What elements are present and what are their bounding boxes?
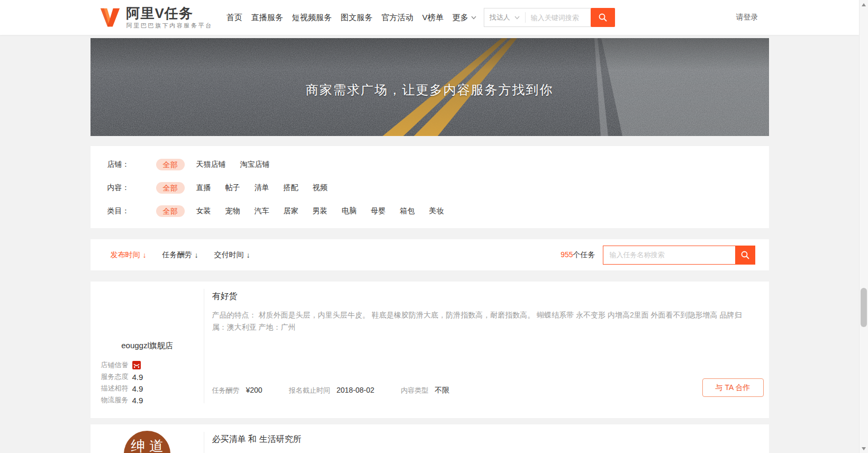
- cooperate-button[interactable]: 与 TA 合作: [702, 378, 764, 397]
- filter-option[interactable]: 清单: [255, 183, 269, 193]
- task-search-input[interactable]: [603, 246, 735, 265]
- rating-row: 服务态度 4.9: [101, 371, 204, 383]
- store-panel: eouggzl旗舰店 店铺信誉 服务态度 4.9: [91, 282, 204, 418]
- filter-option-all-active[interactable]: 全部: [156, 205, 185, 217]
- chevron-down-icon: [471, 16, 476, 20]
- filter-option[interactable]: 搭配: [284, 183, 299, 193]
- task-detail: 必买清单 和 生活研究所 绅道衣品 2013年入驻天猫 专注男士西裤 ，此款版型…: [204, 424, 769, 453]
- sort-desc-icon: ↓: [247, 251, 250, 259]
- browser-viewport: 阿里V任务 阿里巴巴旗下内容服务平台 首页 直播服务 短视频服务 图文服务 官方…: [0, 0, 859, 453]
- sort-publish-time[interactable]: 发布时间 ↓: [111, 250, 147, 260]
- filter-option[interactable]: 居家: [284, 206, 299, 216]
- filter-option[interactable]: 母婴: [371, 206, 386, 216]
- filter-row-category: 类目： 全部 女装 宠物 汽车 居家 男装 电脑 母婴 箱包 美妆: [107, 204, 752, 218]
- brand-logo[interactable]: 阿里V任务 阿里巴巴旗下内容服务平台: [91, 6, 213, 30]
- filter-option[interactable]: 美妆: [429, 206, 444, 216]
- search-icon: [598, 13, 608, 22]
- page-scrollbar[interactable]: [859, 0, 868, 453]
- nav-item-official-activity[interactable]: 官方活动: [382, 13, 413, 23]
- sort-task-reward[interactable]: 任务酬劳 ↓: [162, 250, 198, 260]
- filter-option[interactable]: 男装: [313, 206, 328, 216]
- store-panel: 绅道 衣品: [91, 424, 204, 453]
- brand-v-icon: [99, 6, 121, 29]
- filter-option[interactable]: 箱包: [400, 206, 415, 216]
- filter-option[interactable]: 视频: [313, 183, 328, 193]
- sort-delivery-time[interactable]: 交付时间 ↓: [214, 250, 250, 260]
- task-reward: 任务酬劳 ¥200: [212, 386, 263, 395]
- filter-option[interactable]: 汽车: [255, 206, 269, 216]
- nav-item-short-video-service[interactable]: 短视频服务: [292, 13, 332, 23]
- rating-value: 4.9: [132, 384, 143, 393]
- tmall-reputation-icon: [132, 361, 141, 369]
- task-title[interactable]: 有好货: [212, 291, 756, 302]
- scrollbar-thumb[interactable]: [861, 288, 867, 327]
- filter-option[interactable]: 宠物: [225, 206, 240, 216]
- hero-banner: 商家需求广场，让更多内容服务方找到你: [91, 38, 769, 136]
- store-ratings: 店铺信誉 服务态度 4.9 描述相符 4.9: [91, 359, 204, 406]
- task-content-type: 内容类型 不限: [401, 386, 449, 395]
- filter-option-all-active[interactable]: 全部: [156, 159, 185, 170]
- filter-option[interactable]: 女装: [196, 206, 211, 216]
- sort-toolbar: 发布时间 ↓ 任务酬劳 ↓ 交付时间 ↓ 955个任务: [91, 239, 769, 270]
- main-nav: 首页 直播服务 短视频服务 图文服务 官方活动 V榜单 更多: [227, 13, 476, 23]
- filter-option[interactable]: 淘宝店铺: [240, 160, 270, 169]
- filter-label: 店铺：: [107, 160, 156, 169]
- nav-item-graphic-service[interactable]: 图文服务: [341, 13, 373, 23]
- rating-row: 描述相符 4.9: [101, 383, 204, 394]
- task-search-button[interactable]: [735, 246, 755, 265]
- task-detail: 有好货 产品的特点： 材质外面是头层，内里头层牛皮。 鞋底是橡胶防滑大底，防滑指…: [204, 282, 769, 418]
- rating-value: 4.9: [132, 396, 143, 405]
- sort-desc-icon: ↓: [195, 251, 198, 259]
- search-category-dropdown[interactable]: 找达人: [484, 12, 526, 23]
- rating-row: 物流服务 4.9: [101, 394, 204, 406]
- rating-value: 4.9: [132, 373, 143, 382]
- banner-title: 商家需求广场，让更多内容服务方找到你: [91, 81, 769, 98]
- login-link[interactable]: 请登录: [736, 13, 769, 22]
- task-search-box: [603, 246, 755, 265]
- task-card: 绅道 衣品 必买清单 和 生活研究所 绅道衣品 2013年入驻天猫 专注男士西裤…: [91, 424, 769, 453]
- nav-item-home[interactable]: 首页: [227, 13, 242, 23]
- chevron-down-icon: [514, 16, 520, 20]
- nav-item-v-ranking[interactable]: V榜单: [422, 13, 444, 23]
- task-count: 955个任务: [560, 250, 595, 260]
- filter-label: 类目：: [107, 206, 156, 216]
- task-title[interactable]: 必买清单 和 生活研究所: [212, 434, 756, 445]
- scrollbar-up-arrow[interactable]: [860, 0, 868, 9]
- brand-name: 阿里V任务: [126, 6, 213, 21]
- scrollbar-down-arrow[interactable]: [860, 444, 868, 453]
- filter-label: 内容：: [107, 183, 156, 193]
- store-logo[interactable]: 绅道 衣品: [124, 431, 170, 453]
- keyword-search-input[interactable]: [526, 14, 591, 22]
- filter-option[interactable]: 帖子: [225, 183, 240, 193]
- filter-row-content: 内容： 全部 直播 帖子 清单 搭配 视频: [107, 181, 752, 195]
- filter-option[interactable]: 直播: [196, 183, 211, 193]
- brand-subtitle: 阿里巴巴旗下内容服务平台: [126, 22, 213, 30]
- sort-desc-icon: ↓: [143, 251, 147, 259]
- store-reputation-row: 店铺信誉: [101, 359, 204, 371]
- task-description: 产品的特点： 材质外面是头层，内里头层牛皮。 鞋底是橡胶防滑大底，防滑指数高，耐…: [212, 309, 747, 333]
- task-deadline: 报名截止时间 2018-08-02: [289, 386, 375, 395]
- top-navbar: 阿里V任务 阿里巴巴旗下内容服务平台 首页 直播服务 短视频服务 图文服务 官方…: [0, 0, 859, 35]
- filter-option[interactable]: 天猫店铺: [196, 160, 226, 169]
- filter-option-all-active[interactable]: 全部: [156, 182, 185, 194]
- task-meta: 任务酬劳 ¥200 报名截止时间 2018-08-02 内容类型 不限: [212, 386, 476, 395]
- filter-row-shop: 店铺： 全部 天猫店铺 淘宝店铺: [107, 158, 752, 171]
- filter-option[interactable]: 电脑: [342, 206, 357, 216]
- header-search-button[interactable]: [591, 8, 615, 27]
- store-name[interactable]: eouggzl旗舰店: [91, 341, 204, 351]
- nav-item-more[interactable]: 更多: [453, 13, 476, 23]
- search-icon: [740, 250, 750, 260]
- task-card: eouggzl旗舰店 店铺信誉 服务态度 4.9: [91, 282, 769, 418]
- filter-panel: 店铺： 全部 天猫店铺 淘宝店铺 内容： 全部 直播 帖子 清单 搭配 视频 类…: [91, 146, 769, 228]
- search-category-label: 找达人: [490, 13, 510, 22]
- header-search-box: 找达人: [484, 8, 615, 27]
- store-logo-placeholder: [91, 286, 204, 337]
- nav-item-live-service[interactable]: 直播服务: [251, 13, 283, 23]
